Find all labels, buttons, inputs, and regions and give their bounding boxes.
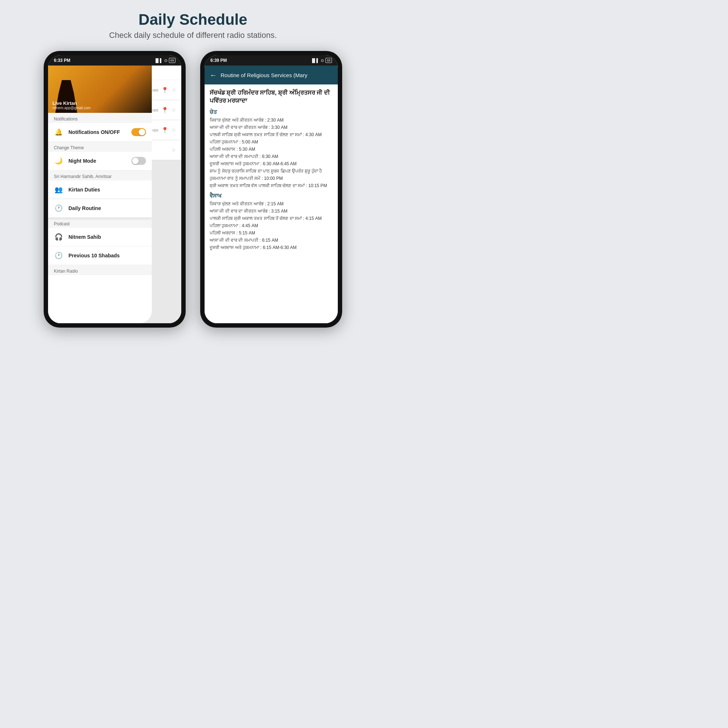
left-status-icons: ▐▌▌ ⊙ 69 bbox=[154, 58, 176, 63]
night-mode-toggle[interactable] bbox=[132, 157, 146, 165]
kirtan-radio-section-label: Kirtan Radio bbox=[48, 265, 152, 275]
night-mode-item[interactable]: 🌙 Night Mode bbox=[48, 152, 152, 170]
previous-shabads-label: Previous 10 Shabads bbox=[69, 252, 120, 258]
schedule-item-0-6: ਦੂਸਰੀ ਅਰਦਾਸ ਅਤੇ ਹੁਕਮਨਾਮਾ : 6:30 AM-6:45 … bbox=[210, 161, 333, 167]
star-icon-3: ☆ bbox=[171, 127, 176, 133]
menu-list: Notifications 🔔 Notifications ON/OFF Cha… bbox=[48, 113, 152, 275]
schedule-item-0-0: ਕਿਵਾੜ ਖੁੱਲਣ ਅਤੇ ਕੀਰਤਨ ਆਰੰਭ : 2:30 AM bbox=[210, 117, 333, 123]
schedule-item-0-1: ਆਸਾ ਜੀ ਦੀ ਵਾਰ ਦਾ ਕੀਰਤਨ ਆਰੰਭ : 3:30 AM bbox=[210, 124, 333, 131]
pin-icon-1: 📍 bbox=[161, 87, 168, 93]
page-subtitle: Check daily schedule of different radio … bbox=[109, 31, 277, 40]
nitnem-sahib-label: Nitnem Sahib bbox=[69, 234, 101, 240]
group-icon: 👥 bbox=[54, 185, 63, 194]
pin-icon-2: 📍 bbox=[161, 107, 168, 113]
clock-icon: 🕐 bbox=[54, 203, 63, 213]
schedule-item-0-3: ਪਹਿਲਾ ਹੁਕਮਨਾਮਾ : 5:00 AM bbox=[210, 139, 333, 145]
schedule-section-0: ਚੇਤਕਿਵਾੜ ਖੁੱਲਣ ਅਤੇ ਕੀਰਤਨ ਆਰੰਭ : 2:30 AMਆ… bbox=[210, 109, 333, 189]
schedule-item-0-5: ਆਸਾ ਜੀ ਦੀ ਵਾਰ ਦੀ ਸਮਾਪਤੀ : 6:30 AM bbox=[210, 153, 333, 160]
content-main-title: ਸੱਚਖੰਡ ਸ਼੍ਰੀ ਹਰਿਮੰਦਰ ਸਾਹਿਬ, ਸ਼੍ਰੀ ਅੰਮ੍ਰਿ… bbox=[210, 89, 333, 105]
hero-name: Live Kirtan bbox=[52, 101, 91, 106]
change-theme-section-label: Change Theme bbox=[48, 142, 152, 152]
app-bar-title: Routine of Religious Services (Mary bbox=[220, 72, 333, 78]
right-wifi-icon: ⊙ bbox=[321, 58, 324, 63]
hero-email: nitnem.app@gmail.com bbox=[52, 106, 91, 110]
schedule-item-1-5: ਆਸਾ ਜੀ ਦੀ ਵਾਰ ਦੀ ਸਮਾਪਤੀ : 6:15 AM bbox=[210, 237, 333, 243]
schedule-item-1-6: ਦੂਸਰੀ ਅਰਦਾਸ ਅਤੇ ਹੁਕਮਨਾਮਾ : 6:15 AM-6:30 … bbox=[210, 244, 333, 251]
history-icon: 🕐 bbox=[54, 251, 63, 260]
schedule-item-1-2: ਪਾਲਕੀ ਸਾਹਿਬ ਸ਼੍ਰੀ ਅਕਾਲ ਤਖ਼ਤ ਸਾਹਿਬ ਤੋਂ ਚੱ… bbox=[210, 215, 333, 222]
schedule-item-1-3: ਪਹਿਲਾ ਹੁਕਮਨਾਮਾ : 4:45 AM bbox=[210, 222, 333, 229]
hero-section: Live Kirtan nitnem.app@gmail.com bbox=[48, 66, 152, 113]
signal-icon: ▐▌▌ bbox=[154, 58, 163, 63]
right-time: 6:39 PM bbox=[210, 58, 227, 63]
kirtan-duties-label: Kirtan Duties bbox=[69, 187, 100, 193]
night-mode-label: Night Mode bbox=[69, 158, 96, 164]
star-icon-1: ☆ bbox=[171, 87, 176, 93]
schedule-item-1-1: ਆਸਾ ਜੀ ਦੀ ਵਾਰ ਦਾ ਕੀਰਤਨ ਆਰੰਭ : 3:15 AM bbox=[210, 208, 333, 214]
kirtan-duties-item[interactable]: 👥 Kirtan Duties bbox=[48, 180, 152, 199]
back-button[interactable]: ← bbox=[210, 71, 217, 80]
right-status-bar: 6:39 PM ▐▌▌ ⊙ 68 bbox=[205, 55, 338, 66]
right-signal-icon: ▐▌▌ bbox=[311, 58, 319, 63]
phones-row: 6:33 PM ▐▌▌ ⊙ 69 🌐 ⋮ ...ops 📍 bbox=[44, 51, 342, 327]
podcast-section-label: Podcast bbox=[48, 218, 152, 228]
schedule-item-0-4: ਪਹਿਲੀ ਅਰਦਾਸ : 5:30 AM bbox=[210, 146, 333, 153]
schedule-item-1-0: ਕਿਵਾੜ ਖੁੱਲਣ ਅਤੇ ਕੀਰਤਨ ਆਰੰਭ : 2:15 AM bbox=[210, 200, 333, 207]
schedule-section-1: ਵੈਸਾਖਕਿਵਾੜ ਖੁੱਲਣ ਅਤੇ ਕੀਰਤਨ ਆਰੰਭ : 2:15 A… bbox=[210, 193, 333, 251]
right-content: ਸੱਚਖੰਡ ਸ਼੍ਰੀ ਹਰਿਮੰਦਰ ਸਾਹਿਬ, ਸ਼੍ਰੀ ਅੰਮ੍ਰਿ… bbox=[205, 84, 338, 323]
star-icon-2: ☆ bbox=[171, 107, 176, 113]
left-status-bar: 6:33 PM ▐▌▌ ⊙ 69 bbox=[48, 55, 181, 66]
moon-icon: 🌙 bbox=[54, 156, 63, 166]
section-heading-0: ਚੇਤ bbox=[210, 109, 333, 115]
left-phone: 6:33 PM ▐▌▌ ⊙ 69 🌐 ⋮ ...ops 📍 bbox=[44, 51, 186, 327]
notifications-toggle[interactable] bbox=[132, 128, 146, 136]
notifications-toggle-item[interactable]: 🔔 Notifications ON/OFF bbox=[48, 123, 152, 142]
notifications-toggle-label: Notifications ON/OFF bbox=[69, 129, 120, 135]
schedule-item-1-4: ਪਹਿਲੀ ਅਰਦਾਸ : 5:15 AM bbox=[210, 230, 333, 236]
headphone-icon: 🎧 bbox=[54, 232, 63, 242]
right-status-icons: ▐▌▌ ⊙ 68 bbox=[311, 58, 332, 63]
battery-indicator: 69 bbox=[169, 58, 176, 63]
schedule-item-0-2: ਪਾਲਕੀ ਸਾਹਿਬ ਸ਼੍ਰੀ ਅਕਾਲ ਤਖ਼ਤ ਸਾਹਿਬ ਤੋਂ ਚੱ… bbox=[210, 132, 333, 138]
previous-shabads-item[interactable]: 🕐 Previous 10 Shabads bbox=[48, 246, 152, 265]
nitnem-sahib-item[interactable]: 🎧 Nitnem Sahib bbox=[48, 228, 152, 246]
section-heading-1: ਵੈਸਾਖ bbox=[210, 193, 333, 199]
hero-text: Live Kirtan nitnem.app@gmail.com bbox=[52, 101, 91, 110]
right-battery-indicator: 68 bbox=[326, 58, 332, 63]
daily-routine-item[interactable]: 🕐 Daily Routine bbox=[48, 199, 152, 218]
schedule-item-0-7: ਸ਼ਾਮ ਨੂੰ ਸੋਦਰੁ ਰਹਰਾਸਿ ਸਾਹਿਬ ਦਾ ਪਾਠ ਸੂਰਜ … bbox=[210, 168, 333, 174]
left-time: 6:33 PM bbox=[54, 58, 70, 63]
bell-icon: 🔔 bbox=[54, 127, 63, 137]
right-phone-inner: 6:39 PM ▐▌▌ ⊙ 68 ← Routine of Religious … bbox=[205, 55, 338, 323]
right-app-bar: ← Routine of Religious Services (Mary bbox=[205, 66, 338, 84]
side-drawer: Live Kirtan nitnem.app@gmail.com Notific… bbox=[48, 66, 152, 323]
harmandir-section-label: Sri Harmandir Sahib, Amritsar bbox=[48, 170, 152, 180]
schedule-item-0-8: ਹੁਕਮਨਾਮਾ ਰਾਤ ਨੂੰ ਸਮਾਪਤੀ ਸਮੇਂ : 10:00 PM bbox=[210, 175, 333, 182]
right-phone: 6:39 PM ▐▌▌ ⊙ 68 ← Routine of Religious … bbox=[200, 51, 342, 327]
notifications-section-label: Notifications bbox=[48, 113, 152, 123]
daily-routine-label: Daily Routine bbox=[69, 205, 101, 211]
schedule-sections: ਚੇਤਕਿਵਾੜ ਖੁੱਲਣ ਅਤੇ ਕੀਰਤਨ ਆਰੰਭ : 2:30 AMਆ… bbox=[210, 109, 333, 251]
schedule-item-0-9: ਸ਼੍ਰੀ ਅਕਾਲ ਤਖ਼ਤ ਸਾਹਿਬ ਵੱਲ ਪਾਲਕੀ ਸਾਹਿਬ ਚੱ… bbox=[210, 182, 333, 189]
left-phone-inner: 6:33 PM ▐▌▌ ⊙ 69 🌐 ⋮ ...ops 📍 bbox=[48, 55, 181, 323]
page-title: Daily Schedule bbox=[139, 11, 248, 28]
pin-icon-3: 📍 bbox=[161, 127, 168, 134]
wifi-icon: ⊙ bbox=[164, 58, 167, 63]
star-icon-4: ☆ bbox=[171, 147, 176, 153]
